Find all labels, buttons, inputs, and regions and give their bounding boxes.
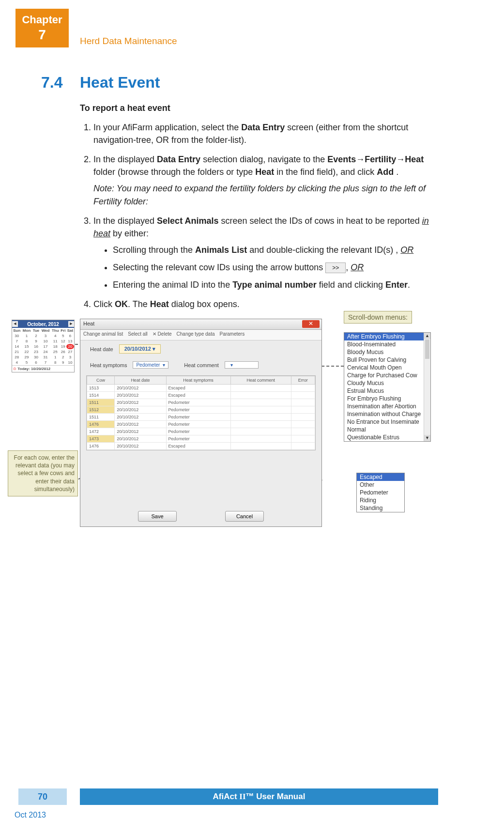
calendar-cell[interactable]: 8 (21, 339, 31, 344)
list-item[interactable]: Escaped (357, 473, 404, 481)
toolbar-item[interactable]: Change animal list (83, 331, 123, 339)
calendar-cell[interactable]: 29 (21, 355, 31, 360)
heat-date-field[interactable]: 20/10/2012 ▾ (119, 344, 161, 354)
calendar-cell[interactable]: 6 (32, 360, 41, 365)
calendar-cell[interactable]: 8 (51, 360, 60, 365)
calendar-cell[interactable]: 5 (60, 333, 66, 339)
calendar-cell[interactable]: 10 (40, 339, 51, 344)
list-item[interactable]: Insemination without Charge (344, 410, 430, 418)
list-item[interactable]: Cervical Mouth Open (344, 364, 430, 371)
text: in the find field), and click (274, 167, 377, 177)
scroll-up-icon[interactable]: ▲ (424, 333, 430, 339)
calendar-cell[interactable]: 14 (12, 344, 21, 349)
calendar-cell[interactable]: 12 (60, 339, 66, 344)
list-item[interactable]: Estrual Mucus (344, 387, 430, 395)
grid-cell: 20/10/2012 (115, 399, 166, 406)
heat-comment-dropdown[interactable]: ▾ (225, 361, 259, 369)
heat-symptoms-row: Heat symptoms Pedometer ▾ Heat comment ▾ (80, 357, 321, 372)
calendar-cell[interactable]: 20 (66, 344, 74, 349)
calendar-cell[interactable]: 1 (21, 333, 31, 339)
table-row[interactable]: 147320/10/2012Pedometer (87, 435, 315, 443)
table-row[interactable]: 147620/10/2012Pedometer (87, 421, 315, 428)
text: selection dialog, navigate to the (200, 154, 327, 164)
list-item[interactable]: Standing (357, 504, 404, 512)
calendar-cell[interactable]: 13 (66, 339, 74, 344)
scroll-thumb[interactable] (425, 340, 429, 359)
dialog-grid[interactable]: CowHeat dateHeat symptomsHeat commentErr… (86, 375, 316, 450)
list-item[interactable]: For Embryo Flushing (344, 395, 430, 402)
calendar-cell[interactable]: 11 (51, 339, 60, 344)
list-item[interactable]: Normal (344, 426, 430, 433)
heat-comment-listbox[interactable]: After Embryo FlushingBlood-InseminatedBl… (344, 332, 431, 442)
calendar-cell[interactable]: 25 (51, 349, 60, 355)
cancel-button[interactable]: Cancel (225, 511, 264, 522)
calendar-cell[interactable]: 26 (60, 349, 66, 355)
calendar-cell[interactable]: 18 (51, 344, 60, 349)
calendar-cell[interactable]: 4 (51, 333, 60, 339)
toolbar-item[interactable]: Select all (128, 331, 148, 339)
calendar-cell[interactable]: 9 (60, 360, 66, 365)
list-item[interactable]: Blood-Inseminated (344, 340, 430, 348)
calendar-cell[interactable]: 23 (32, 349, 41, 355)
calendar-cell[interactable]: 30 (12, 333, 21, 339)
table-row[interactable]: 151320/10/2012Escaped (87, 385, 315, 392)
close-icon[interactable]: ✕ (302, 320, 320, 328)
calendar-cell[interactable]: 15 (21, 344, 31, 349)
calendar-cell[interactable]: 4 (12, 360, 21, 365)
calendar-cell[interactable]: 2 (32, 333, 41, 339)
list-item[interactable]: Cloudy Mucus (344, 379, 430, 387)
heat-date-value: 20/10/2012 (124, 346, 151, 352)
list-item[interactable]: Questionable Estrus (344, 433, 430, 441)
table-row[interactable]: 151120/10/2012Pedometer (87, 399, 315, 406)
heat-symptoms-dropdown[interactable]: Pedometer ▾ (133, 361, 168, 369)
toolbar-item[interactable]: ✕ Delete (153, 331, 172, 339)
calendar-cell[interactable]: 30 (32, 355, 41, 360)
list-item[interactable]: No Entrance but Inseminate (344, 418, 430, 426)
heat-symptoms-listbox[interactable]: EscapedOtherPedometerRidingStanding (356, 473, 405, 512)
list-item[interactable]: Bull Proven for Calving (344, 356, 430, 364)
calendar-cell[interactable]: 1 (51, 355, 60, 360)
toolbar-item[interactable]: Parameters (219, 331, 244, 339)
list-item[interactable]: Insemination after Abortion (344, 402, 430, 410)
calendar-cell[interactable]: 2 (60, 355, 66, 360)
grid-cell (230, 414, 291, 421)
calendar-cell[interactable]: 3 (66, 355, 74, 360)
scroll-down-icon[interactable]: ▼ (424, 435, 430, 441)
calendar-cell[interactable]: 28 (12, 355, 21, 360)
calendar-cell[interactable]: 3 (40, 333, 51, 339)
calendar-cell[interactable]: 27 (66, 349, 74, 355)
list-item[interactable]: Pedometer (357, 489, 404, 496)
calendar-cell[interactable]: 19 (60, 344, 66, 349)
table-row[interactable]: 151420/10/2012Escaped (87, 392, 315, 399)
calendar-prev-icon[interactable]: ◄ (12, 321, 18, 327)
list-item[interactable]: Riding (357, 496, 404, 504)
calendar-cell[interactable]: 5 (21, 360, 31, 365)
calendar-cell[interactable]: 7 (40, 360, 51, 365)
table-row[interactable]: 147620/10/2012Escaped (87, 443, 315, 450)
calendar-grid[interactable]: SunMonTueWedThuFriSat 301234567891011121… (12, 328, 74, 365)
scrollbar[interactable]: ▲ ▼ (424, 333, 430, 441)
calendar-cell[interactable]: 22 (21, 349, 31, 355)
list-item[interactable]: Bloody Mucus (344, 348, 430, 356)
calendar-cell[interactable]: 9 (32, 339, 41, 344)
calendar-cell[interactable]: 24 (40, 349, 51, 355)
calendar-cell[interactable]: 31 (40, 355, 51, 360)
table-row[interactable]: 151220/10/2012Pedometer (87, 406, 315, 414)
calendar-cell[interactable]: 10 (66, 360, 74, 365)
table-row[interactable]: 151120/10/2012Pedometer (87, 414, 315, 421)
calendar-cell[interactable]: 17 (40, 344, 51, 349)
grid-header-cell: Heat comment (230, 376, 291, 385)
calendar-cell[interactable]: 16 (32, 344, 41, 349)
calendar-cell[interactable]: 6 (66, 333, 74, 339)
toolbar-item[interactable]: Change type data (177, 331, 215, 339)
save-button[interactable]: Save (138, 511, 177, 522)
grid-cell: 1512 (87, 406, 115, 414)
calendar-cell[interactable]: 7 (12, 339, 21, 344)
list-item[interactable]: Other (357, 481, 404, 489)
list-item[interactable]: After Embryo Flushing (344, 333, 430, 340)
table-row[interactable]: 147220/10/2012Pedometer (87, 428, 315, 435)
calendar-next-icon[interactable]: ► (68, 321, 74, 327)
calendar-cell[interactable]: 21 (12, 349, 21, 355)
calendar-popup[interactable]: ◄ October, 2012 ► SunMonTueWedThuFriSat … (12, 320, 75, 372)
list-item[interactable]: Charge for Purchased Cow (344, 371, 430, 379)
